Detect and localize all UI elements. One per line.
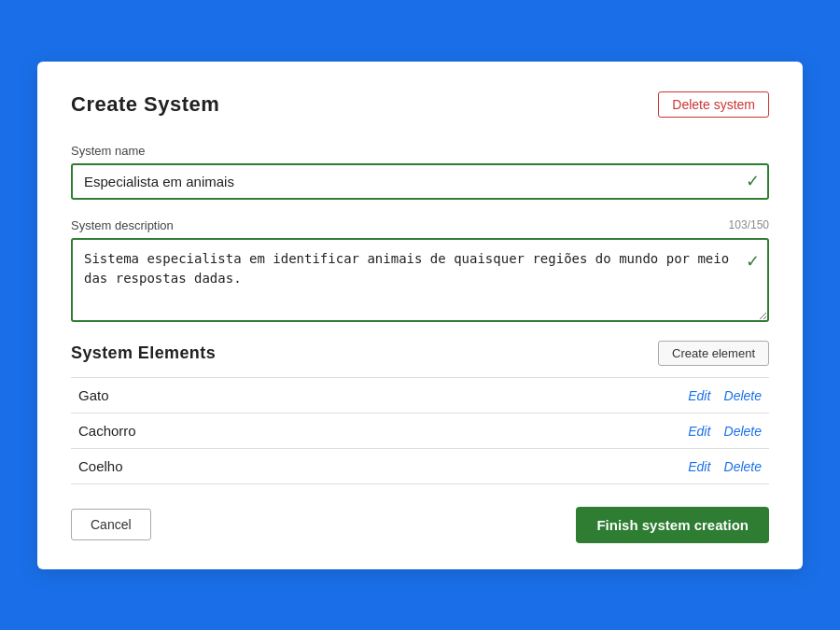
delete-link[interactable]: Delete [724,424,762,439]
system-name-field-group: System name ✓ [71,144,769,200]
table-row: Cachorro Edit Delete [71,413,769,448]
cancel-button[interactable]: Cancel [71,509,151,540]
edit-link[interactable]: Edit [688,388,710,403]
modal-footer: Cancel Finish system creation [71,507,769,543]
system-elements-title: System elements [71,343,216,363]
system-description-field-group: System description 103/150 ✓ [71,218,769,322]
system-description-input-wrapper: ✓ [71,238,769,322]
system-description-textarea[interactable] [71,238,769,322]
system-name-label: System name [71,144,769,158]
create-system-modal: Create system Delete system System name … [37,62,803,569]
delete-system-button[interactable]: Delete system [658,91,769,118]
elements-table: Gato Edit Delete Cachorro Edit Delete Co… [71,377,769,484]
system-description-label: System description [71,218,174,232]
modal-title: Create system [71,92,219,117]
system-name-input-wrapper: ✓ [71,163,769,200]
system-elements-section-header: System elements Create element [71,341,769,366]
edit-link[interactable]: Edit [688,459,710,474]
create-element-button[interactable]: Create element [658,341,769,366]
table-row: Coelho Edit Delete [71,448,769,483]
element-name: Gato [71,377,369,413]
element-name: Coelho [71,448,369,483]
element-actions: Edit Delete [369,413,769,448]
finish-system-creation-button[interactable]: Finish system creation [576,507,769,543]
system-name-input[interactable] [71,163,769,200]
delete-link[interactable]: Delete [724,459,762,474]
delete-link[interactable]: Delete [724,388,762,403]
modal-header: Create system Delete system [71,91,769,118]
system-description-label-row: System description 103/150 [71,218,769,232]
element-actions: Edit Delete [369,377,769,413]
element-name: Cachorro [71,413,369,448]
table-row: Gato Edit Delete [71,377,769,413]
element-actions: Edit Delete [369,448,769,483]
char-count: 103/150 [729,218,769,231]
edit-link[interactable]: Edit [688,424,710,439]
